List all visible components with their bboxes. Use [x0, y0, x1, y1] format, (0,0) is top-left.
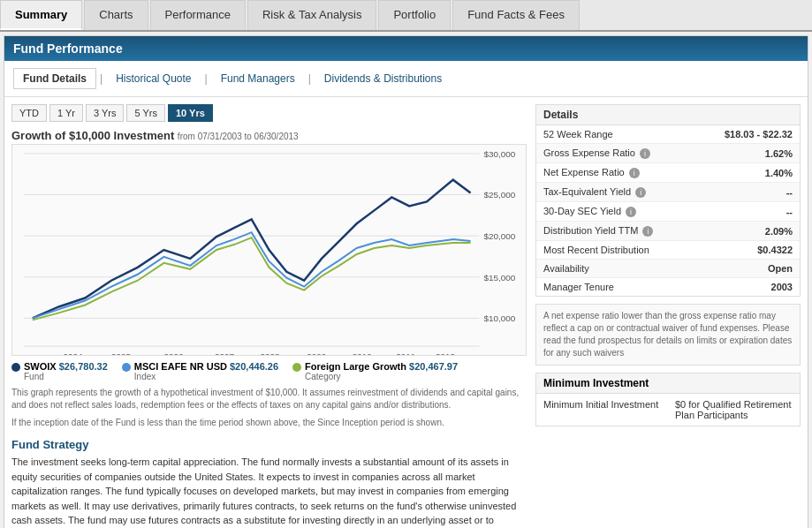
- table-row: Availability Open: [536, 260, 800, 278]
- tab-summary[interactable]: Summary: [0, 0, 82, 30]
- period-5yr[interactable]: 5 Yrs: [126, 104, 164, 122]
- details-header: Details: [536, 105, 800, 125]
- chart-title: Growth of $10,000 Investment from 07/31/…: [11, 129, 527, 142]
- table-row: Gross Expense Ratio i 1.62%: [536, 144, 800, 163]
- period-3yr[interactable]: 3 Yrs: [86, 104, 124, 122]
- legend-swoix-dot: [11, 363, 20, 372]
- left-panel: YTD 1 Yr 3 Yrs 5 Yrs 10 Yrs Growth of $1…: [11, 104, 527, 528]
- svg-text:$10,000: $10,000: [483, 313, 515, 323]
- value-min-initial: $0 for Qualified Retirement Plan Partici…: [668, 394, 800, 426]
- chart-subtitle: from 07/31/2003 to 06/30/2013: [178, 132, 299, 141]
- legend-swoix-type: Fund: [24, 372, 108, 381]
- value-net: 1.40%: [694, 163, 800, 183]
- tab-performance[interactable]: Performance: [150, 0, 246, 30]
- label-dist: Distribution Yield TTM i: [536, 222, 694, 241]
- period-10yr[interactable]: 10 Yrs: [168, 104, 213, 122]
- legend-msci-name: MSCI EAFE NR USD $20,446.26: [134, 361, 278, 372]
- separator: |: [100, 72, 102, 85]
- legend-foreign-type: Category: [305, 372, 458, 381]
- svg-text:$30,000: $30,000: [483, 149, 515, 159]
- svg-text:$20,000: $20,000: [483, 231, 515, 241]
- svg-text:2009: 2009: [307, 351, 327, 355]
- subtab-dividends[interactable]: Dividends & Distributions: [315, 68, 452, 89]
- subtab-fund-managers[interactable]: Fund Managers: [211, 68, 305, 89]
- period-1yr[interactable]: 1 Yr: [49, 104, 83, 122]
- svg-text:2005: 2005: [111, 351, 132, 355]
- info-icon[interactable]: i: [642, 226, 653, 237]
- label-sec: 30-Day SEC Yield i: [536, 202, 694, 222]
- subtab-fund-details[interactable]: Fund Details: [13, 68, 96, 89]
- right-panel: Details 52 Week Range $18.03 - $22.32 Gr…: [535, 104, 801, 528]
- main-content: Fund Performance Fund Details | Historic…: [4, 35, 808, 528]
- chart-legend: SWOIX $26,780.32 Fund MSCI EAFE NR USD $…: [11, 361, 527, 381]
- content-area: YTD 1 Yr 3 Yrs 5 Yrs 10 Yrs Growth of $1…: [4, 97, 808, 528]
- value-recent-dist: $0.4322: [694, 241, 800, 260]
- label-recent-dist: Most Recent Distribution: [536, 241, 694, 260]
- legend-swoix-name: SWOIX $26,780.32: [24, 361, 108, 372]
- tab-risk-tax[interactable]: Risk & Tax Analysis: [247, 0, 376, 30]
- min-investment-table: Minimum Initial Investment $0 for Qualif…: [536, 394, 800, 426]
- strategy-text: The investment seeks long-term capital a…: [11, 455, 527, 528]
- legend-msci-type: Index: [134, 372, 278, 381]
- svg-text:2011: 2011: [396, 351, 416, 355]
- svg-text:$15,000: $15,000: [483, 273, 515, 283]
- period-ytd[interactable]: YTD: [11, 104, 47, 122]
- legend-foreign: Foreign Large Growth $20,467.97 Category: [292, 361, 458, 381]
- min-investment-header: Minimum Investment: [536, 373, 800, 394]
- value-tax: --: [694, 183, 800, 202]
- fund-performance-header: Fund Performance: [4, 36, 808, 61]
- legend-foreign-name: Foreign Large Growth $20,467.97: [305, 361, 458, 372]
- info-icon[interactable]: i: [629, 168, 640, 178]
- details-section: Details 52 Week Range $18.03 - $22.32 Gr…: [535, 104, 801, 297]
- top-navigation: Summary Charts Performance Risk & Tax An…: [0, 0, 812, 32]
- separator: |: [205, 72, 208, 85]
- graph-note2: If the inception date of the Fund is les…: [11, 417, 527, 429]
- chart-area: $30,000 $25,000 $20,000 $15,000 $10,000 …: [11, 144, 527, 356]
- label-net: Net Expense Ratio i: [536, 163, 694, 183]
- value-availability: Open: [694, 260, 800, 278]
- strategy-title: Fund Strategy: [11, 438, 527, 451]
- label-gross: Gross Expense Ratio i: [536, 144, 694, 163]
- label-tax: Tax-Equivalent Yield i: [536, 183, 694, 202]
- graph-note: This graph represents the growth of a hy…: [11, 387, 527, 411]
- value-dist: 2.09%: [694, 222, 800, 241]
- legend-msci-dot: [122, 363, 131, 372]
- subtab-historical-quote[interactable]: Historical Quote: [106, 68, 201, 89]
- label-tenure: Manager Tenure: [536, 278, 694, 297]
- value-sec: --: [694, 202, 800, 222]
- info-icon[interactable]: i: [626, 207, 636, 217]
- svg-text:$25,000: $25,000: [483, 190, 515, 200]
- chart-svg: $30,000 $25,000 $20,000 $15,000 $10,000 …: [12, 145, 526, 355]
- info-icon[interactable]: i: [640, 148, 650, 159]
- table-row: Minimum Initial Investment $0 for Qualif…: [536, 394, 800, 426]
- info-icon[interactable]: i: [635, 187, 646, 198]
- period-buttons: YTD 1 Yr 3 Yrs 5 Yrs 10 Yrs: [11, 104, 527, 122]
- fund-strategy: Fund Strategy The investment seeks long-…: [11, 438, 527, 528]
- separator: |: [308, 72, 311, 85]
- svg-text:2010: 2010: [353, 351, 373, 355]
- tab-charts[interactable]: Charts: [84, 0, 148, 30]
- table-row: Tax-Equivalent Yield i --: [536, 183, 800, 202]
- svg-text:2007: 2007: [215, 351, 235, 355]
- legend-swoix: SWOIX $26,780.32 Fund: [11, 361, 108, 381]
- disclaimer: A net expense ratio lower than the gross…: [535, 304, 801, 366]
- value-52week: $18.03 - $22.32: [694, 125, 800, 144]
- legend-msci: MSCI EAFE NR USD $20,446.26 Index: [122, 361, 278, 381]
- legend-foreign-dot: [292, 363, 301, 372]
- svg-text:2008: 2008: [261, 351, 281, 355]
- svg-text:2004: 2004: [63, 351, 83, 355]
- min-investment-section: Minimum Investment Minimum Initial Inves…: [535, 373, 801, 426]
- value-gross: 1.62%: [694, 144, 800, 163]
- tab-portfolio[interactable]: Portfolio: [378, 0, 451, 30]
- tab-fund-facts[interactable]: Fund Facts & Fees: [452, 0, 580, 30]
- svg-text:2012: 2012: [436, 351, 456, 355]
- value-tenure: 2003: [694, 278, 800, 297]
- table-row: Net Expense Ratio i 1.40%: [536, 163, 800, 183]
- svg-text:2006: 2006: [164, 351, 185, 355]
- table-row: 52 Week Range $18.03 - $22.32: [536, 125, 800, 144]
- label-min-initial: Minimum Initial Investment: [536, 394, 668, 426]
- table-row: Most Recent Distribution $0.4322: [536, 241, 800, 260]
- table-row: Manager Tenure 2003: [536, 278, 800, 297]
- label-52week: 52 Week Range: [536, 125, 694, 144]
- details-table: 52 Week Range $18.03 - $22.32 Gross Expe…: [536, 125, 800, 296]
